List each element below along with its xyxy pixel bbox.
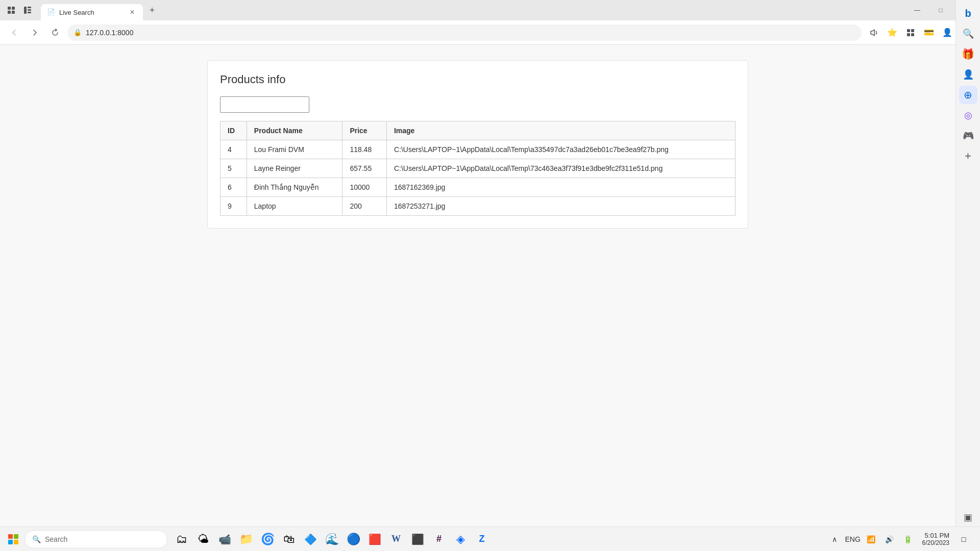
edge-sidebar: b 🔍 🎁 👤 ⊕ ◎ 🎮 + ▣ ⚙ — [955, 0, 980, 551]
table-row: 9Laptop2001687253271.jpg — [220, 197, 736, 216]
address-text: 127.0.0.1:8000 — [86, 29, 855, 37]
cell-image: 1687253271.jpg — [386, 197, 735, 216]
chrome-app[interactable]: 🔵 — [343, 529, 363, 549]
svg-rect-1 — [12, 7, 15, 10]
maximize-button[interactable]: □ — [929, 2, 952, 18]
taskbar: 🔍 Search 🗂 🌤 📹 📁 🌀 🛍 🔷 🌊 🔵 — [0, 527, 980, 551]
address-bar: 🔒 127.0.0.1:8000 ⭐ 💳 👤 ••• — [0, 20, 980, 45]
new-tab-button[interactable]: + — [145, 3, 159, 17]
active-tab[interactable]: 📄 Live Search ✕ — [41, 4, 143, 20]
zalo-app[interactable]: Z — [472, 529, 492, 549]
svg-rect-11 — [911, 33, 914, 36]
page-container: Products info ID Product Name Price Imag… — [197, 45, 758, 244]
svg-rect-5 — [28, 7, 31, 8]
store-icon: 🛍 — [283, 533, 295, 546]
word-app[interactable]: W — [386, 529, 406, 549]
lock-icon: 🔒 — [74, 29, 82, 36]
circle-sidebar-button[interactable]: ◎ — [959, 106, 977, 124]
app9[interactable]: 🟥 — [364, 529, 385, 549]
collections-button[interactable] — [902, 24, 919, 41]
tab-group-icons — [4, 3, 35, 17]
cell-price: 200 — [342, 197, 387, 216]
edge-icon2: 🌊 — [325, 533, 339, 546]
search-sidebar-button[interactable]: 🔍 — [959, 24, 977, 43]
taskbar-apps: 🗂 🌤 📹 📁 🌀 🛍 🔷 🌊 🔵 🟥 W — [172, 529, 492, 549]
person-sidebar-button[interactable]: 👤 — [959, 65, 977, 84]
notification-button[interactable]: □ — [955, 531, 972, 547]
reload-button[interactable] — [47, 24, 63, 41]
svg-rect-6 — [28, 9, 31, 11]
add-sidebar-button[interactable]: + — [959, 147, 977, 165]
tab-favicon: 📄 — [47, 8, 55, 16]
bing-sidebar-button[interactable]: b — [959, 4, 977, 22]
edge-icon: 🌀 — [261, 533, 275, 546]
slack-icon: # — [436, 534, 442, 544]
zoom-app[interactable]: 📹 — [214, 529, 235, 549]
back-button[interactable] — [6, 24, 22, 41]
slack-app[interactable]: # — [429, 529, 449, 549]
cell-price: 118.48 — [342, 140, 387, 159]
battery-icon[interactable]: 🔋 — [900, 531, 916, 547]
games-sidebar-button[interactable]: 🎮 — [959, 127, 977, 145]
col-header-id: ID — [220, 121, 247, 140]
browser-content: Products info ID Product Name Price Imag… — [0, 45, 955, 527]
folder-icon: 📁 — [239, 533, 253, 546]
taskbar-clock[interactable]: 5:01 PM 6/20/2023 — [918, 530, 953, 548]
svg-rect-8 — [907, 29, 910, 32]
forward-button[interactable] — [27, 24, 43, 41]
terminal-icon: ⬛ — [411, 533, 424, 545]
app7-icon: 🔷 — [304, 533, 317, 545]
speaker-icon[interactable]: 🔊 — [881, 531, 898, 547]
layout-sidebar-button[interactable]: ▣ — [959, 508, 977, 527]
app7[interactable]: 🔷 — [300, 529, 321, 549]
cell-image: C:\Users\LAPTOP~1\AppData\Local\Temp\a33… — [386, 140, 735, 159]
weather-icon: 🌤 — [198, 533, 209, 546]
read-aloud-button[interactable] — [866, 24, 882, 41]
svg-rect-3 — [12, 11, 15, 14]
weather-app[interactable]: 🌤 — [193, 529, 213, 549]
edge-app2[interactable]: 🌊 — [322, 529, 342, 549]
cell-image: 1687162369.jpg — [386, 178, 735, 197]
table-row: 5Layne Reinger657.55C:\Users\LAPTOP~1\Ap… — [220, 159, 736, 178]
taskbar-search-text: Search — [45, 535, 67, 543]
edge-sidebar-active-button[interactable]: ⊕ — [959, 86, 977, 104]
profile-button[interactable]: 👤 — [939, 24, 955, 41]
svg-rect-0 — [8, 7, 11, 10]
products-table: ID Product Name Price Image 4Lou Frami D… — [220, 121, 736, 216]
tab-bar: 📄 Live Search ✕ + — □ ✕ — [0, 0, 980, 20]
tab-title: Live Search — [59, 9, 124, 16]
edge-app[interactable]: 🌀 — [257, 529, 278, 549]
terminal-app[interactable]: ⬛ — [407, 529, 428, 549]
table-body: 4Lou Frami DVM118.48C:\Users\LAPTOP~1\Ap… — [220, 140, 736, 216]
show-hidden-icons-button[interactable]: ∧ — [826, 531, 843, 547]
zalo-icon: Z — [479, 534, 485, 544]
taskbar-search[interactable]: 🔍 Search — [24, 530, 167, 548]
start-button[interactable] — [4, 530, 22, 548]
minimize-button[interactable]: — — [905, 2, 929, 18]
wallet-button[interactable]: 💳 — [921, 24, 937, 41]
cell-price: 10000 — [342, 178, 387, 197]
col-header-name: Product Name — [247, 121, 342, 140]
favorites-button[interactable]: ⭐ — [884, 24, 900, 41]
table-row: 4Lou Frami DVM118.48C:\Users\LAPTOP~1\Ap… — [220, 140, 736, 159]
search-input[interactable] — [220, 96, 309, 113]
clock-time: 5:01 PM — [925, 532, 949, 539]
address-input[interactable]: 🔒 127.0.0.1:8000 — [67, 24, 862, 41]
gift-sidebar-button[interactable]: 🎁 — [959, 45, 977, 63]
vertical-tabs-button[interactable] — [20, 3, 35, 17]
language-button[interactable]: ENG — [845, 531, 861, 547]
svg-rect-9 — [911, 29, 914, 32]
cell-name: Layne Reinger — [247, 159, 342, 178]
zoom-icon: 📹 — [218, 533, 231, 545]
table-row: 6Đinh Thắng Nguyễn100001687162369.jpg — [220, 178, 736, 197]
folder-app[interactable]: 📁 — [236, 529, 256, 549]
store-app[interactable]: 🛍 — [279, 529, 299, 549]
vscode-app[interactable]: ◈ — [450, 529, 471, 549]
taskbar-search-icon: 🔍 — [32, 535, 41, 543]
tab-close-button[interactable]: ✕ — [128, 8, 137, 17]
file-explorer-app[interactable]: 🗂 — [172, 529, 192, 549]
wifi-icon[interactable]: 📶 — [863, 531, 879, 547]
tab-groups-button[interactable] — [4, 3, 18, 17]
cell-id: 5 — [220, 159, 247, 178]
table-header: ID Product Name Price Image — [220, 121, 736, 140]
